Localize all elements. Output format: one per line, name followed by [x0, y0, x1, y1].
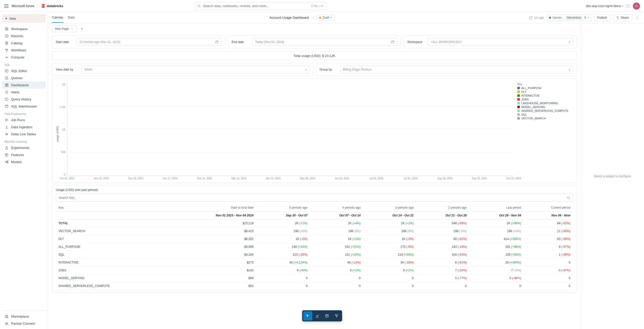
brand-azure: Microsoft Azure: [12, 4, 34, 8]
legend-item[interactable]: DLT: [517, 90, 572, 93]
legend-item[interactable]: INTERACTIVE: [517, 94, 572, 97]
page-tab[interactable]: New Page⋮: [52, 25, 77, 32]
group-by-select[interactable]: Billing Origin Product▾: [340, 66, 573, 73]
tab-data[interactable]: Data: [68, 12, 75, 23]
sidebar-item-query-history[interactable]: Query History: [2, 96, 46, 103]
table-header[interactable]: Key: [56, 204, 170, 212]
kebab-icon[interactable]: ⋮: [635, 16, 640, 19]
svg-rect-11: [5, 85, 6, 86]
workspace-icon: [5, 27, 9, 31]
sidebar-item-dashboards[interactable]: Dashboards: [2, 81, 46, 89]
share-button[interactable]: Share: [613, 14, 632, 21]
add-page-button[interactable]: +: [79, 26, 85, 32]
table-header[interactable]: Start to End date: [170, 204, 256, 212]
legend-item[interactable]: ALL_PURPOSE: [517, 86, 572, 90]
sidebar-item-alerts[interactable]: Alerts: [2, 89, 46, 96]
svg-rect-17: [5, 161, 6, 162]
workspace-select[interactable]: <ALL WORKSPACES>▾: [428, 38, 573, 46]
table-header[interactable]: 4 periods ago: [310, 204, 363, 212]
features-icon: [5, 153, 9, 157]
ingestion-icon: [5, 125, 9, 129]
table-row: ALL_PURPOSE$5,595146 (+43%)191 (+31%)175…: [56, 243, 573, 251]
workspace-picker[interactable]: dbx-wsp-cost-mgmt-demo▾: [586, 4, 623, 8]
canvas-toolbar: [302, 310, 342, 321]
sidebar-item-recents[interactable]: Recents: [2, 32, 46, 39]
kebab-icon[interactable]: ⋮: [71, 27, 74, 31]
main: Canvas Data Account Usage Dashboard ☆ Dr…: [48, 12, 644, 329]
sidebar-item-workflows[interactable]: Workflows: [2, 47, 46, 54]
table-header[interactable]: 2 periods ago: [416, 204, 469, 212]
sidebar-item-sql-warehouses[interactable]: SQL Warehouses: [2, 103, 46, 110]
sidebar-item-data-ingestion[interactable]: Data Ingestion: [2, 123, 46, 130]
star-icon[interactable]: ☆: [311, 16, 314, 19]
compute-picker[interactable]: Server... Serverless S ▾: [547, 14, 591, 21]
publish-button[interactable]: Publish: [594, 14, 610, 21]
table-row: JOBS$1429 (+6%)9 (+1%)9 (+2%)7 (-20%)7 (…: [56, 267, 573, 274]
legend-item[interactable]: VECTOR_SEARCH: [517, 117, 572, 120]
sidebar-item-models[interactable]: Models: [2, 158, 46, 165]
sidebar-item-sql-editor[interactable]: SQL Editor: [2, 67, 46, 74]
usage-chart[interactable]: usage (USD) 2K1.5K1K5000 Oct 25, 2023Nov…: [52, 79, 577, 183]
table-row: VECTOR_SEARCH$6,415198 (+0%)198 (0%)198 …: [56, 227, 573, 235]
svg-point-5: [6, 51, 7, 52]
new-button[interactable]: +New: [2, 14, 46, 23]
table-header[interactable]: Current period: [524, 204, 573, 212]
start-date-input[interactable]: 12 months ago (Nov 01, 2023): [77, 38, 221, 46]
table-search[interactable]: [56, 194, 573, 202]
end-date-input[interactable]: Today (Nov 04, 2024): [252, 38, 397, 46]
table-header[interactable]: Last period: [469, 204, 524, 212]
status-chip[interactable]: Draft ▾: [317, 15, 334, 21]
search-shortcut: CTRL + P: [311, 5, 323, 8]
table-header[interactable]: 3 periods ago: [363, 204, 416, 212]
cursor-tool[interactable]: [303, 311, 312, 320]
share-icon: [616, 16, 619, 19]
sidebar-item-features[interactable]: Features: [2, 151, 46, 158]
warehouses-icon: [5, 104, 9, 108]
legend-item[interactable]: SQL: [517, 113, 572, 116]
legend-item[interactable]: MODEL_SERVING: [517, 105, 572, 108]
canvas: New Page⋮ + Start date 12 months ago (No…: [48, 23, 581, 329]
sidebar-item-partner-connect[interactable]: Partner Connect: [2, 320, 46, 327]
table-row: SHARED_SERVERLESS_COMPUTE$520 0 0 0 0 0: [56, 282, 573, 290]
legend-item[interactable]: JOBS: [517, 98, 572, 101]
dlt-icon: [5, 132, 9, 136]
tab-canvas[interactable]: Canvas: [52, 12, 63, 23]
sidebar-item-delta-live-tables[interactable]: Delta Live Tables: [2, 130, 46, 138]
sidebar-item-workspace[interactable]: Workspace: [2, 25, 46, 32]
sidebar-item-experiments[interactable]: Experiments: [2, 144, 46, 151]
sidebar-item-marketplace[interactable]: Marketplace: [2, 313, 46, 320]
search-input[interactable]: [203, 4, 309, 8]
svg-point-14: [6, 120, 6, 120]
view-by-select[interactable]: Week▾: [82, 66, 309, 73]
text-tool[interactable]: [322, 311, 331, 320]
filter-tool[interactable]: [332, 311, 341, 320]
recents-icon: [5, 34, 9, 38]
topbar: Microsoft Azure | databricks CTRL + P db…: [0, 0, 644, 12]
menu-icon[interactable]: [4, 4, 9, 8]
svg-point-4: [7, 49, 8, 50]
filter-group-by: Group by Billing Origin Product▾: [316, 63, 577, 76]
svg-rect-16: [5, 153, 8, 156]
jobruns-icon: [5, 118, 9, 122]
assistant-icon[interactable]: [626, 4, 630, 8]
legend-item[interactable]: SHARED_SERVERLESS_COMPUTE: [517, 109, 572, 112]
global-search[interactable]: CTRL + P: [195, 2, 326, 10]
chart-tool[interactable]: [313, 311, 322, 320]
sidebar-item-compute[interactable]: Compute: [2, 54, 46, 61]
sidebar-item-queries[interactable]: Queries: [2, 74, 46, 81]
usage-table: KeyStart to End date5 periods ago4 perio…: [56, 204, 573, 290]
svg-rect-19: [7, 162, 8, 163]
chevron-down-icon: ▾: [588, 16, 589, 19]
models-icon: [5, 160, 9, 164]
svg-point-20: [6, 322, 7, 323]
legend-item[interactable]: LAKEHOUSE_MONITORING: [517, 102, 572, 105]
sidebar-item-catalog[interactable]: Catalog: [2, 39, 46, 47]
chart-plot[interactable]: [67, 82, 514, 176]
refresh-status[interactable]: 1m ago: [529, 16, 544, 19]
table-header[interactable]: 5 periods ago: [256, 204, 310, 212]
avatar[interactable]: G: [633, 3, 640, 10]
sidebar: +New WorkspaceRecentsCatalogWorkflowsCom…: [0, 12, 48, 329]
sidebar-item-job-runs[interactable]: Job Runs: [2, 116, 46, 123]
chevron-down-icon: ▾: [331, 16, 332, 19]
status-green-icon: [549, 17, 551, 19]
